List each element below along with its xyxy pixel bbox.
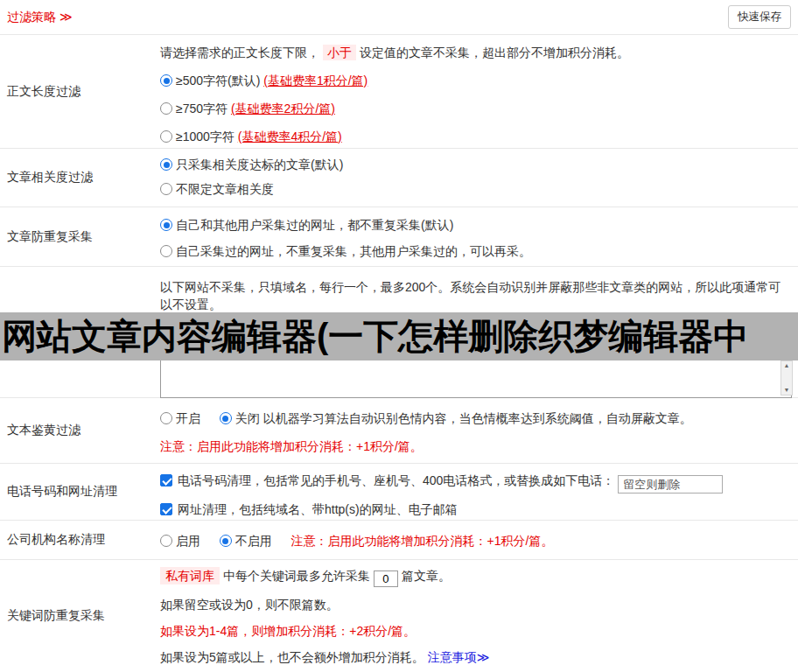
overlay-banner-text: 网站文章内容编辑器(一下怎样删除织梦编辑器中	[0, 312, 798, 360]
notice-link[interactable]: 注意事项≫	[428, 650, 490, 664]
radio-icon-relevance-off[interactable]	[160, 183, 172, 195]
radio-option-porn-off[interactable]: 关闭	[220, 411, 260, 425]
scroll-down-icon[interactable]: ▼	[784, 386, 790, 395]
keyword-rule-one-to-four: 如果设为1-4篇，则增加积分消耗：+2积分/篇。	[160, 622, 792, 640]
section-label-relevance: 文章相关度过滤	[0, 149, 160, 206]
section-company-clean: 公司机构名称清理 启用 不启用 注意：启用此功能将增加积分消耗：+1积分/篇。	[0, 521, 798, 560]
radio-icon-dedup-all[interactable]	[160, 219, 172, 231]
keyword-limit-text-end: 篇文章。	[402, 569, 451, 583]
radio-icon-relevance-on[interactable]	[160, 158, 172, 171]
checkbox-url-clean[interactable]	[160, 503, 172, 515]
porn-filter-description: 以机器学习算法自动识别色情内容，当色情概率达到系统阈值，自动屏蔽文章。	[263, 411, 692, 425]
replacement-phone-input[interactable]	[618, 475, 723, 494]
checkbox-phone-clean[interactable]	[160, 474, 172, 486]
phone-clean-text: 电话号码清理，包括常见的手机号、座机号、400电话格式，或替换成如下电话：	[178, 473, 614, 487]
radio-option-porn-on[interactable]: 开启	[160, 411, 200, 425]
section-label-porn-filter: 文本鉴黄过滤	[0, 398, 160, 463]
company-clean-note: 注意：启用此功能将增加积分消耗：+1积分/篇。	[291, 534, 554, 548]
radio-option-dedup-self[interactable]: 自己采集过的网址，不重复采集，其他用户采集过的，可以再采。	[160, 242, 792, 260]
radio-option-750[interactable]: ≥750字符 (基础费率2积分/篇)	[160, 100, 792, 117]
page-header: 过滤策略 ≫ 快速保存	[0, 0, 798, 35]
section-porn-filter: 文本鉴黄过滤 开启 关闭 以机器学习算法自动识别色情内容，当色情概率达到系统阈值…	[0, 398, 798, 464]
section-label-dedup: 文章防重复采集	[0, 207, 160, 266]
keyword-highlight: 小于	[323, 45, 356, 60]
radio-icon-dedup-self[interactable]	[160, 245, 172, 257]
keyword-limit-input[interactable]	[374, 570, 398, 587]
radio-option-company-off[interactable]: 不启用	[220, 534, 272, 548]
section-dedup: 文章防重复采集 自己和其他用户采集过的网址，都不重复采集(默认) 自己采集过的网…	[0, 207, 798, 267]
textarea-scrollbar[interactable]: ▲ ▼	[780, 360, 793, 396]
url-clean-text: 网址清理，包括纯域名、带http(s)的网址、电子邮箱	[178, 502, 458, 516]
section-label-keyword-dedup: 关键词防重复采集	[0, 560, 160, 672]
section-phone-url-clean: 电话号码和网址清理 电话号码清理，包括常见的手机号、座机号、400电话格式，或替…	[0, 464, 798, 521]
section-blacklist: 以下网站不采集，只填域名，每行一个，最多200个。系统会自动识别并屏蔽那些非文章…	[0, 267, 798, 398]
scroll-up-icon[interactable]: ▲	[784, 361, 790, 370]
blacklist-intro: 以下网站不采集，只填域名，每行一个，最多200个。系统会自动识别并屏蔽那些非文章…	[160, 278, 792, 313]
porn-filter-note: 注意：启用此功能将增加积分消耗：+1积分/篇。	[160, 438, 792, 455]
keyword-rule-zero: 如果留空或设为0，则不限篇数。	[160, 596, 792, 613]
radio-option-dedup-all[interactable]: 自己和其他用户采集过的网址，都不重复采集(默认)	[160, 216, 792, 234]
filter-strategy-page: 过滤策略 ≫ 快速保存 正文长度过滤 请选择需求的正文长度下限，小于设定值的文章…	[0, 0, 798, 672]
radio-option-relevance-off[interactable]: 不限定文章相关度	[160, 180, 792, 198]
page-title[interactable]: 过滤策略 ≫	[7, 10, 73, 25]
section-label-phone-url: 电话号码和网址清理	[0, 464, 160, 520]
radio-icon-porn-off[interactable]	[220, 412, 232, 424]
radio-option-500[interactable]: ≥500字符(默认) (基础费率1积分/篇)	[160, 72, 792, 89]
section-relevance: 文章相关度过滤 只采集相关度达标的文章(默认) 不限定文章相关度	[0, 149, 798, 207]
section-keyword-dedup: 关键词防重复采集 私有词库 中每个关键词最多允许采集篇文章。 如果留空或设为0，…	[0, 560, 798, 672]
keyword-rule-five-plus: 如果设为5篇或以上，也不会额外增加积分消耗。	[160, 650, 424, 664]
radio-icon-1000[interactable]	[160, 130, 172, 143]
rate-note-500: (基础费率1积分/篇)	[263, 74, 368, 88]
section-label-company-clean: 公司机构名称清理	[0, 521, 160, 559]
radio-icon-porn-on[interactable]	[160, 412, 172, 424]
rate-note-1000: (基础费率4积分/篇)	[238, 130, 342, 144]
keyword-limit-text-mid: 中每个关键词最多允许采集	[223, 569, 370, 583]
radio-option-company-on[interactable]: 启用	[160, 534, 200, 548]
section-label-body-length: 正文长度过滤	[0, 35, 160, 148]
quick-save-button[interactable]: 快速保存	[728, 5, 791, 29]
radio-icon-company-on[interactable]	[160, 535, 172, 547]
private-lexicon-link[interactable]: 私有词库	[160, 567, 220, 584]
radio-icon-750[interactable]	[160, 102, 172, 115]
section-body-length: 正文长度过滤 请选择需求的正文长度下限，小于设定值的文章不采集，超出部分不增加积…	[0, 35, 798, 149]
rate-note-750: (基础费率2积分/篇)	[231, 102, 335, 116]
radio-icon-company-off[interactable]	[220, 535, 232, 547]
radio-option-1000[interactable]: ≥1000字符 (基础费率4积分/篇)	[160, 128, 792, 145]
body-length-intro: 请选择需求的正文长度下限，小于设定值的文章不采集，超出部分不增加积分消耗。	[160, 44, 792, 61]
radio-icon-500[interactable]	[160, 74, 172, 87]
radio-option-relevance-on[interactable]: 只采集相关度达标的文章(默认)	[160, 156, 792, 173]
